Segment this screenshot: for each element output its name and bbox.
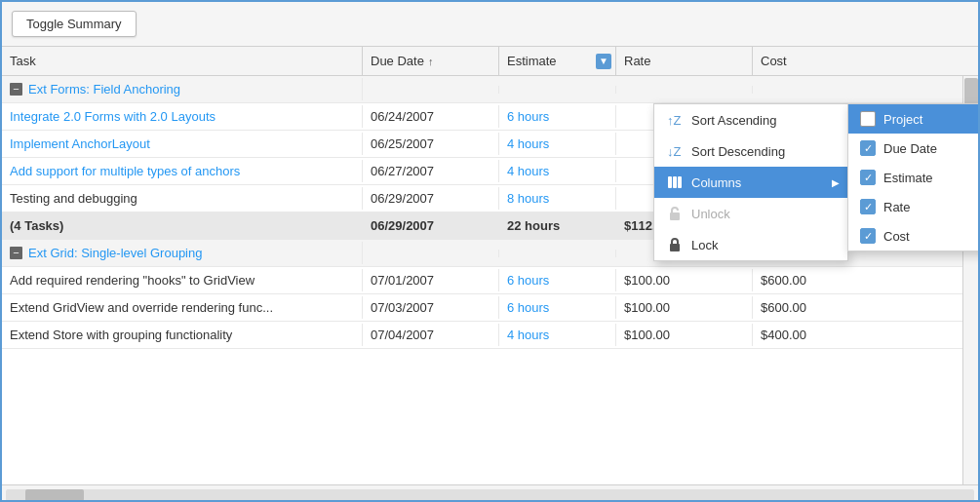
cell-task: Testing and debugging (2, 187, 363, 210)
cell-task-summary: (4 Tasks) (2, 214, 363, 237)
cell-duedate: 07/04/2007 (363, 324, 499, 346)
menu-item-unlock: Unlock (654, 198, 847, 229)
cell-estimate: 6 hours (499, 269, 616, 291)
submenu-item-rate[interactable]: ✓ Rate (848, 192, 978, 221)
lock-icon (666, 236, 684, 253)
cell-estimate: 6 hours (499, 105, 616, 128)
horizontal-scrollbar[interactable] (6, 489, 974, 501)
sort-descending-icon: ↓Z (666, 142, 684, 160)
menu-item-columns[interactable]: Columns ▶ (654, 167, 847, 198)
cell-duedate: 07/01/2007 (363, 269, 499, 291)
cell-cost: $600.00 (753, 269, 978, 291)
table-row: Extend GridView and override rendering f… (2, 294, 978, 322)
group-label: Ext Forms: Field Anchoring (28, 82, 180, 97)
svg-text:↑Z: ↑Z (667, 113, 682, 128)
cell-task[interactable]: Implement AnchorLayout (2, 133, 363, 155)
grid-container: Task Due Date ↑ Estimate ▼ Rate Cost − E… (2, 47, 978, 502)
cell-rate (616, 86, 753, 94)
checkbox-due-date: ✓ (860, 140, 876, 156)
table-row: Add required rendering "hooks" to GridVi… (2, 267, 978, 294)
cell-estimate: 4 hours (499, 160, 616, 182)
submenu-item-estimate[interactable]: ✓ Estimate (848, 163, 978, 192)
column-header-estimate[interactable]: Estimate ▼ (499, 47, 616, 75)
cell-estimate: 6 hours (499, 296, 616, 319)
context-menu: ↑Z Sort Ascending ↓Z Sort Descending Co (653, 103, 848, 261)
svg-rect-5 (670, 212, 680, 220)
svg-rect-6 (670, 244, 680, 251)
column-estimate-label: Estimate (507, 54, 557, 68)
column-rate-label: Rate (624, 54, 650, 68)
svg-rect-2 (668, 176, 672, 188)
table-row: − Ext Forms: Field Anchoring (2, 76, 978, 103)
submenu-item-cost[interactable]: ✓ Cost (848, 221, 978, 251)
filter-active-icon: ▼ (596, 54, 611, 69)
cell-duedate: 06/27/2007 (363, 160, 499, 182)
menu-item-sort-desc[interactable]: ↓Z Sort Descending (654, 135, 847, 167)
cell-rate: $100.00 (616, 324, 753, 346)
submenu-item-due-date-label: Due Date (883, 141, 937, 156)
group-label: Ext Grid: Single-level Grouping (28, 246, 202, 260)
cell-cost: $600.00 (753, 296, 978, 319)
checkbox-cost: ✓ (860, 228, 876, 244)
unlock-icon (666, 205, 684, 222)
menu-item-lock-label: Lock (691, 238, 718, 252)
menu-item-sort-asc[interactable]: ↑Z Sort Ascending (654, 104, 847, 135)
cell-cost: $400.00 (753, 324, 978, 346)
svg-rect-3 (673, 176, 677, 188)
table-row: Extend Store with grouping functionality… (2, 322, 978, 349)
column-header-task[interactable]: Task (2, 47, 363, 75)
submenu-item-rate-label: Rate (883, 200, 910, 214)
cell-task: Add required rendering "hooks" to GridVi… (2, 269, 363, 291)
checkbox-project (860, 111, 876, 127)
horizontal-scrollbar-thumb[interactable] (25, 489, 84, 501)
column-duedate-label: Due Date (371, 54, 424, 68)
sort-ascending-icon: ↑Z (666, 111, 684, 129)
cell-duedate (363, 86, 499, 94)
group-cell-task: − Ext Grid: Single-level Grouping (2, 242, 363, 264)
cell-duedate: 06/29/2007 (363, 187, 499, 210)
group-cell-task: − Ext Forms: Field Anchoring (2, 78, 363, 100)
menu-item-lock[interactable]: Lock (654, 229, 847, 260)
column-task-label: Task (10, 54, 36, 68)
cell-estimate: 8 hours (499, 187, 616, 210)
cell-estimate: 4 hours (499, 324, 616, 346)
checkbox-estimate: ✓ (860, 170, 876, 185)
cell-cost (753, 86, 978, 94)
column-header-duedate[interactable]: Due Date ↑ (363, 47, 499, 75)
submenu-item-due-date[interactable]: ✓ Due Date (848, 134, 978, 163)
columns-icon (666, 174, 684, 191)
cell-rate: $100.00 (616, 269, 753, 291)
cell-task: Extend Store with grouping functionality (2, 324, 363, 346)
group-collapse-icon[interactable]: − (10, 83, 22, 96)
menu-item-unlock-label: Unlock (691, 207, 730, 221)
submenu-columns: Project ✓ Due Date ✓ Estimate ✓ Rate ✓ (847, 103, 978, 251)
submenu-arrow-icon: ▶ (832, 177, 840, 188)
cell-estimate (499, 86, 616, 94)
checkbox-rate: ✓ (860, 199, 876, 214)
cell-duedate: 06/24/2007 (363, 105, 499, 128)
menu-item-sort-asc-label: Sort Ascending (691, 113, 776, 128)
cell-duedate: 07/03/2007 (363, 296, 499, 319)
toggle-summary-button[interactable]: Toggle Summary (12, 11, 137, 37)
sort-asc-icon: ↑ (428, 56, 434, 67)
column-header-rate[interactable]: Rate (616, 47, 753, 75)
cell-rate: $100.00 (616, 296, 753, 319)
cell-estimate-summary: 22 hours (499, 214, 616, 237)
grid-header: Task Due Date ↑ Estimate ▼ Rate Cost (2, 47, 978, 76)
submenu-item-project-label: Project (883, 112, 922, 127)
toolbar: Toggle Summary (2, 2, 978, 47)
group-collapse-icon[interactable]: − (10, 247, 22, 259)
cell-task[interactable]: Add support for multiple types of anchor… (2, 160, 363, 182)
cell-duedate: 06/25/2007 (363, 133, 499, 155)
column-cost-label: Cost (761, 54, 787, 68)
svg-text:↓Z: ↓Z (667, 144, 682, 159)
grid-footer (2, 484, 978, 502)
cell-task[interactable]: Integrate 2.0 Forms with 2.0 Layouts (2, 105, 363, 128)
submenu-item-project[interactable]: Project (848, 104, 978, 134)
submenu-item-estimate-label: Estimate (883, 171, 933, 185)
cell-task: Extend GridView and override rendering f… (2, 296, 363, 319)
column-header-cost[interactable]: Cost (753, 47, 978, 75)
svg-rect-4 (678, 176, 682, 188)
cell-duedate (363, 250, 499, 257)
menu-item-sort-desc-label: Sort Descending (691, 144, 785, 159)
